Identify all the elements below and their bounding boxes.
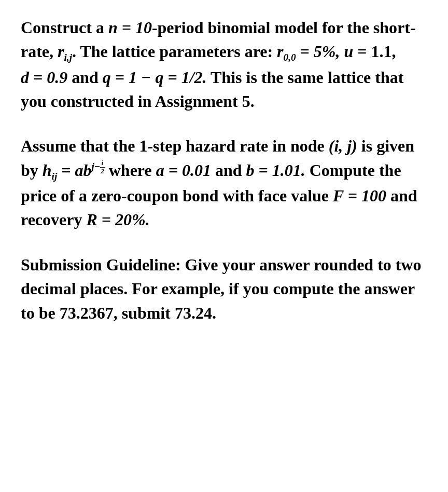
text-and-q: and xyxy=(72,68,103,87)
text-u-val: u = 1.1, xyxy=(340,42,396,61)
text-submission-guideline: Submission Guideline: Give your answer r… xyxy=(21,255,422,322)
math-r-ij: ri,j xyxy=(58,42,72,61)
math-q-val: q = 1 − q = 1/2. xyxy=(103,68,207,87)
math-r00: r0,0 = 5%, xyxy=(277,42,340,61)
math-F-val: F = 100 xyxy=(333,186,390,205)
text-where: where xyxy=(105,161,156,180)
paragraph-3: Submission Guideline: Give your answer r… xyxy=(21,253,427,325)
math-n: n = 10 xyxy=(108,18,152,37)
math-R-val: R = 20%. xyxy=(86,210,149,229)
math-a-equals: a = 0.01 xyxy=(156,161,215,180)
text-construct: Construct a xyxy=(21,18,108,37)
main-content: Construct a n = 10-period binomial model… xyxy=(21,16,427,325)
paragraph-1: Construct a n = 10-period binomial model… xyxy=(21,16,427,113)
text-assume: Assume that the 1-step hazard rate in no… xyxy=(21,136,329,155)
math-node-ij: (i, j) xyxy=(329,136,357,155)
text-and-b: and xyxy=(215,161,246,180)
paragraph-2: Assume that the 1-step hazard rate in no… xyxy=(21,134,427,231)
math-b-equals: b = 1.01. xyxy=(246,161,305,180)
math-h-ij: hij = abj−i2 xyxy=(43,161,105,180)
text-the-lattice: . The lattice parameters are: xyxy=(72,42,277,61)
math-d-val: d = 0.9 xyxy=(21,68,72,87)
